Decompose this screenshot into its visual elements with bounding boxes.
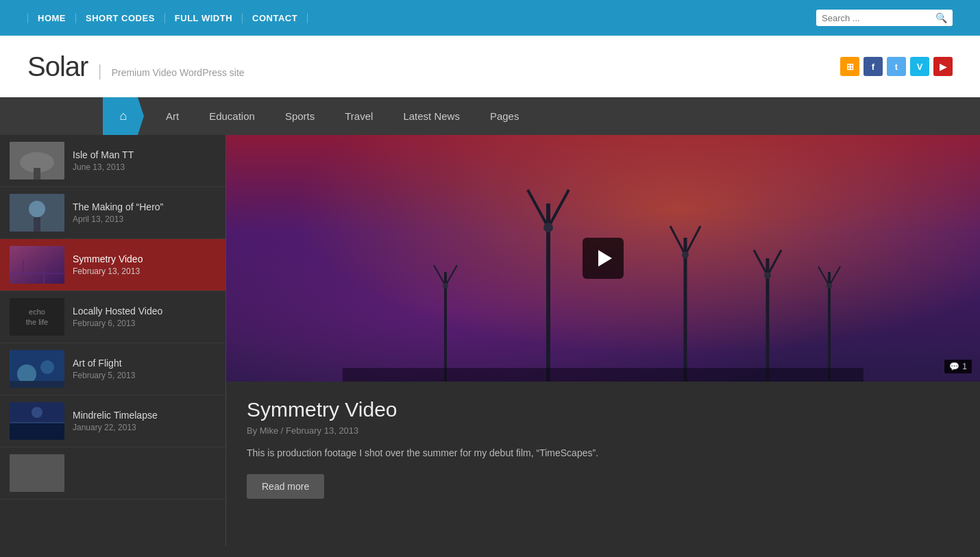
sidebar-item-1[interactable]: The Making of “Hero” April 13, 2013 — [0, 187, 225, 239]
sidebar-item-info-4: Art of Flight February 5, 2013 — [73, 358, 216, 380]
article-excerpt: This is production footage I shot over t… — [247, 445, 959, 460]
sidebar-item-date-3: February 6, 2013 — [73, 319, 216, 328]
sidebar-item-date-1: April 13, 2013 — [73, 214, 216, 224]
nav-travel[interactable]: Travel — [330, 97, 388, 135]
nav-short-codes[interactable]: SHORT CODES — [76, 13, 165, 23]
nav-sports[interactable]: Sports — [270, 97, 330, 135]
thumb-symmetry — [10, 246, 64, 284]
nav-contact[interactable]: CONTACT — [243, 13, 308, 23]
nav-pages[interactable]: Pages — [475, 97, 535, 135]
thumb-isle — [10, 142, 64, 180]
sidebar-item-date-4: February 5, 2013 — [73, 371, 216, 380]
svg-point-44 — [826, 283, 832, 288]
site-header: Solar | Premium Video WordPress site ⊞ f… — [0, 36, 980, 97]
nav-latest-news[interactable]: Latest News — [388, 97, 475, 135]
svg-point-34 — [764, 272, 771, 279]
site-tagline: Premium Video WordPress site — [112, 67, 245, 78]
site-title: Solar — [27, 51, 88, 82]
svg-point-29 — [682, 251, 689, 258]
logo-separator: | — [97, 61, 101, 80]
sidebar-item-title-0: Isle of Man TT — [73, 149, 216, 160]
site-logo: Solar | Premium Video WordPress site — [27, 51, 245, 82]
svg-point-18 — [32, 407, 42, 418]
nav-home[interactable]: HOME — [27, 13, 76, 23]
svg-line-31 — [754, 250, 768, 275]
sidebar-item-title-5: Mindrelic Timelapse — [73, 410, 216, 421]
sidebar-item-6[interactable] — [0, 447, 225, 499]
sidebar-item-4[interactable]: Art of Flight February 5, 2013 — [0, 343, 225, 395]
svg-rect-7 — [10, 246, 64, 284]
sidebar-item-date-2: February 13, 2013 — [73, 267, 216, 276]
social-icons: ⊞ f t V ▶ — [840, 57, 953, 76]
svg-point-12 — [17, 364, 36, 384]
youtube-icon[interactable]: ▶ — [933, 57, 953, 76]
svg-line-26 — [670, 226, 685, 255]
comment-count: 1 — [962, 362, 967, 371]
svg-line-37 — [445, 265, 457, 286]
comment-icon: 💬 — [949, 362, 959, 371]
search-box: 🔍 — [816, 10, 953, 26]
rss-icon[interactable]: ⊞ — [840, 57, 859, 76]
nav-home-icon[interactable]: ⌂ — [103, 97, 144, 135]
sidebar-item-title-4: Art of Flight — [73, 358, 216, 369]
sidebar-item-date-0: June 13, 2013 — [73, 162, 216, 172]
thumb-art — [10, 350, 64, 388]
svg-line-22 — [548, 190, 569, 227]
svg-point-4 — [29, 201, 45, 217]
sidebar: Isle of Man TT June 13, 2013 The Making … — [0, 135, 226, 546]
svg-rect-14 — [10, 381, 64, 388]
svg-point-24 — [543, 223, 553, 232]
svg-point-13 — [40, 360, 54, 374]
svg-rect-19 — [10, 454, 64, 492]
content-area: 💬 1 Symmetry Video By Mike / February 13… — [226, 135, 980, 546]
main-content: Isle of Man TT June 13, 2013 The Making … — [0, 135, 980, 546]
svg-rect-45 — [343, 368, 863, 382]
secondary-nav: ⌂ Art Education Sports Travel Latest New… — [0, 97, 980, 135]
sidebar-item-title-3: Locally Hosted Video — [73, 306, 216, 317]
svg-line-32 — [768, 250, 781, 275]
svg-rect-2 — [34, 168, 40, 180]
nav-art[interactable]: Art — [151, 97, 194, 135]
vimeo-icon[interactable]: V — [910, 57, 929, 76]
sidebar-item-title-1: The Making of “Hero” — [73, 201, 216, 212]
svg-rect-5 — [34, 217, 40, 232]
search-button[interactable]: 🔍 — [935, 12, 947, 23]
svg-line-27 — [685, 226, 700, 255]
read-more-button[interactable]: Read more — [247, 474, 324, 499]
top-nav-links: HOME SHORT CODES FULL WIDTH CONTACT — [27, 13, 308, 23]
sidebar-item-info-0: Isle of Man TT June 13, 2013 — [73, 149, 216, 172]
echo-label: echothe life — [26, 307, 48, 327]
thumb-hero — [10, 194, 64, 232]
sidebar-item-info-2: Symmetry Video February 13, 2013 — [73, 253, 216, 276]
sidebar-item-info-1: The Making of “Hero” April 13, 2013 — [73, 201, 216, 224]
facebook-icon[interactable]: f — [863, 57, 883, 76]
twitter-icon[interactable]: t — [887, 57, 906, 76]
sidebar-item-0[interactable]: Isle of Man TT June 13, 2013 — [0, 135, 225, 187]
sidebar-item-3[interactable]: echothe life Locally Hosted Video Februa… — [0, 291, 225, 343]
search-input[interactable] — [822, 13, 931, 23]
video-container[interactable]: 💬 1 — [226, 135, 980, 382]
sidebar-item-5[interactable]: Mindrelic Timelapse January 22, 2013 — [0, 395, 225, 447]
sidebar-item-2[interactable]: Symmetry Video February 13, 2013 — [0, 239, 225, 291]
svg-line-41 — [818, 267, 829, 286]
thumb-mind — [10, 402, 64, 440]
nav-education[interactable]: Education — [194, 97, 270, 135]
thumb-bottom — [10, 454, 64, 492]
svg-rect-16 — [10, 423, 64, 440]
sidebar-item-info-6 — [73, 472, 216, 474]
home-icon: ⌂ — [120, 109, 127, 123]
thumb-echo: echothe life — [10, 298, 64, 336]
sidebar-item-title-2: Symmetry Video — [73, 253, 216, 264]
play-button[interactable] — [583, 238, 624, 279]
svg-line-42 — [829, 267, 840, 286]
comment-badge: 💬 1 — [944, 360, 972, 373]
sidebar-item-info-3: Locally Hosted Video February 6, 2013 — [73, 306, 216, 328]
svg-line-36 — [434, 265, 445, 286]
nav-full-width[interactable]: FULL WIDTH — [165, 13, 243, 23]
article-title: Symmetry Video — [247, 398, 959, 421]
article-body: Symmetry Video By Mike / February 13, 20… — [226, 382, 980, 515]
svg-point-39 — [443, 283, 448, 288]
article-meta: By Mike / February 13, 2013 — [247, 425, 959, 436]
sidebar-item-date-5: January 22, 2013 — [73, 423, 216, 432]
svg-line-21 — [528, 190, 548, 227]
